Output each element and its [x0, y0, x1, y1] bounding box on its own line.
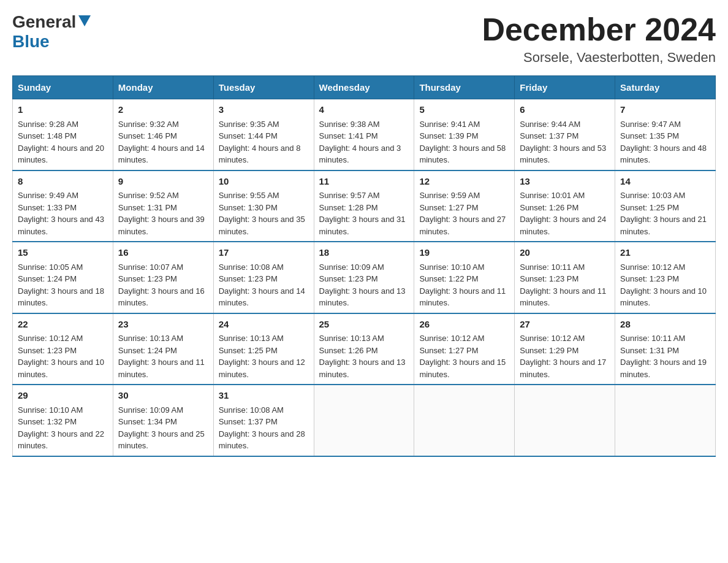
day-number: 16 [118, 246, 208, 260]
calendar-cell: 3Sunrise: 9:35 AMSunset: 1:44 PMDaylight… [213, 99, 314, 170]
calendar-week-row: 15Sunrise: 10:05 AMSunset: 1:24 PMDaylig… [13, 242, 716, 313]
calendar-table: Sunday Monday Tuesday Wednesday Thursday… [12, 75, 716, 457]
logo-general-text: General [12, 12, 76, 32]
calendar-header-row: Sunday Monday Tuesday Wednesday Thursday… [13, 76, 716, 99]
calendar-week-row: 29Sunrise: 10:10 AMSunset: 1:32 PMDaylig… [13, 385, 716, 456]
day-number: 1 [18, 103, 108, 117]
day-number: 19 [419, 246, 509, 260]
calendar-cell: 8Sunrise: 9:49 AMSunset: 1:33 PMDaylight… [13, 170, 113, 242]
calendar-cell: 24Sunrise: 10:13 AMSunset: 1:25 PMDaylig… [213, 313, 314, 385]
day-number: 21 [620, 246, 710, 260]
day-number: 7 [620, 103, 710, 117]
calendar-cell: 15Sunrise: 10:05 AMSunset: 1:24 PMDaylig… [13, 242, 113, 313]
calendar-cell: 13Sunrise: 10:01 AMSunset: 1:26 PMDaylig… [515, 170, 615, 242]
calendar-cell: 12Sunrise: 9:59 AMSunset: 1:27 PMDayligh… [414, 170, 515, 242]
day-number: 10 [219, 175, 309, 189]
day-number: 20 [520, 246, 610, 260]
calendar-cell: 6Sunrise: 9:44 AMSunset: 1:37 PMDaylight… [515, 99, 615, 170]
calendar-cell: 7Sunrise: 9:47 AMSunset: 1:35 PMDaylight… [615, 99, 716, 170]
day-number: 9 [118, 175, 208, 189]
calendar-cell: 2Sunrise: 9:32 AMSunset: 1:46 PMDaylight… [113, 99, 213, 170]
calendar-cell: 11Sunrise: 9:57 AMSunset: 1:28 PMDayligh… [314, 170, 414, 242]
calendar-cell: 30Sunrise: 10:09 AMSunset: 1:34 PMDaylig… [113, 385, 213, 456]
day-number: 31 [219, 389, 309, 403]
col-wednesday: Wednesday [314, 76, 414, 99]
day-number: 30 [118, 389, 208, 403]
calendar-cell: 10Sunrise: 9:55 AMSunset: 1:30 PMDayligh… [213, 170, 314, 242]
calendar-cell: 25Sunrise: 10:13 AMSunset: 1:26 PMDaylig… [314, 313, 414, 385]
day-number: 5 [419, 103, 509, 117]
day-number: 28 [620, 318, 710, 332]
col-tuesday: Tuesday [213, 76, 314, 99]
logo: General Blue [12, 12, 91, 52]
day-number: 29 [18, 389, 108, 403]
calendar-cell: 28Sunrise: 10:11 AMSunset: 1:31 PMDaylig… [615, 313, 716, 385]
col-monday: Monday [113, 76, 213, 99]
day-number: 8 [18, 175, 108, 189]
calendar-cell: 31Sunrise: 10:08 AMSunset: 1:37 PMDaylig… [213, 385, 314, 456]
month-title: December 2024 [482, 12, 716, 47]
calendar-cell: 23Sunrise: 10:13 AMSunset: 1:24 PMDaylig… [113, 313, 213, 385]
day-number: 3 [219, 103, 309, 117]
col-sunday: Sunday [13, 76, 113, 99]
day-number: 13 [520, 175, 610, 189]
day-number: 17 [219, 246, 309, 260]
day-number: 6 [520, 103, 610, 117]
calendar-cell [314, 385, 414, 456]
day-number: 26 [419, 318, 509, 332]
calendar-cell: 19Sunrise: 10:10 AMSunset: 1:22 PMDaylig… [414, 242, 515, 313]
calendar-cell: 29Sunrise: 10:10 AMSunset: 1:32 PMDaylig… [13, 385, 113, 456]
calendar-week-row: 22Sunrise: 10:12 AMSunset: 1:23 PMDaylig… [13, 313, 716, 385]
day-number: 15 [18, 246, 108, 260]
location-subtitle: Sorsele, Vaesterbotten, Sweden [482, 50, 716, 66]
calendar-cell [615, 385, 716, 456]
logo-blue-text: Blue [12, 32, 50, 51]
calendar-cell: 14Sunrise: 10:03 AMSunset: 1:25 PMDaylig… [615, 170, 716, 242]
title-area: December 2024 Sorsele, Vaesterbotten, Sw… [482, 12, 716, 66]
calendar-cell: 17Sunrise: 10:08 AMSunset: 1:23 PMDaylig… [213, 242, 314, 313]
calendar-cell: 9Sunrise: 9:52 AMSunset: 1:31 PMDaylight… [113, 170, 213, 242]
calendar-cell: 26Sunrise: 10:12 AMSunset: 1:27 PMDaylig… [414, 313, 515, 385]
day-number: 12 [419, 175, 509, 189]
day-number: 2 [118, 103, 208, 117]
day-number: 14 [620, 175, 710, 189]
svg-marker-0 [78, 15, 91, 26]
calendar-week-row: 1Sunrise: 9:28 AMSunset: 1:48 PMDaylight… [13, 99, 716, 170]
logo-triangle-icon [78, 15, 91, 29]
col-thursday: Thursday [414, 76, 515, 99]
calendar-cell: 1Sunrise: 9:28 AMSunset: 1:48 PMDaylight… [13, 99, 113, 170]
col-saturday: Saturday [615, 76, 716, 99]
calendar-cell: 16Sunrise: 10:07 AMSunset: 1:23 PMDaylig… [113, 242, 213, 313]
calendar-week-row: 8Sunrise: 9:49 AMSunset: 1:33 PMDaylight… [13, 170, 716, 242]
calendar-cell: 4Sunrise: 9:38 AMSunset: 1:41 PMDaylight… [314, 99, 414, 170]
calendar-cell [515, 385, 615, 456]
calendar-cell [414, 385, 515, 456]
day-number: 23 [118, 318, 208, 332]
day-number: 4 [319, 103, 409, 117]
day-number: 18 [319, 246, 409, 260]
calendar-cell: 18Sunrise: 10:09 AMSunset: 1:23 PMDaylig… [314, 242, 414, 313]
col-friday: Friday [515, 76, 615, 99]
day-number: 11 [319, 175, 409, 189]
page-header: General Blue December 2024 Sorsele, Vaes… [12, 12, 716, 66]
calendar-cell: 20Sunrise: 10:11 AMSunset: 1:23 PMDaylig… [515, 242, 615, 313]
day-number: 27 [520, 318, 610, 332]
day-number: 24 [219, 318, 309, 332]
calendar-cell: 5Sunrise: 9:41 AMSunset: 1:39 PMDaylight… [414, 99, 515, 170]
calendar-cell: 22Sunrise: 10:12 AMSunset: 1:23 PMDaylig… [13, 313, 113, 385]
day-number: 25 [319, 318, 409, 332]
day-number: 22 [18, 318, 108, 332]
calendar-cell: 27Sunrise: 10:12 AMSunset: 1:29 PMDaylig… [515, 313, 615, 385]
calendar-cell: 21Sunrise: 10:12 AMSunset: 1:23 PMDaylig… [615, 242, 716, 313]
